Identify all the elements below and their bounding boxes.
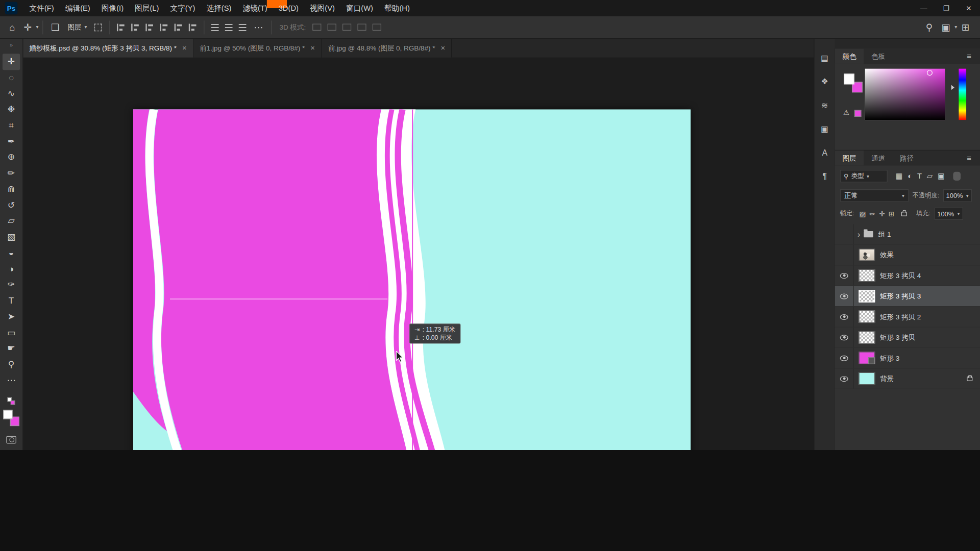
tab-paths[interactable]: 路径 [893, 151, 921, 165]
chevron-down-icon[interactable]: ▾ [36, 24, 39, 30]
dodge-tool[interactable]: ◑ [3, 261, 20, 277]
layer-filter-toggle[interactable] [953, 172, 961, 181]
auto-select-target-dropdown[interactable]: 图层 ▾ [64, 21, 91, 33]
menu-item[interactable]: 视图(V) [304, 0, 340, 16]
hue-slider[interactable] [959, 69, 966, 120]
visibility-toggle[interactable] [835, 328, 854, 347]
lock-all-icon[interactable] [901, 211, 907, 216]
gamut-warning-icon[interactable]: ⚠ [843, 109, 849, 117]
layer-row[interactable]: 矩形 3 拷贝 2 [835, 307, 980, 327]
menu-item[interactable]: 选择(S) [201, 0, 237, 16]
menu-item[interactable]: 帮助(H) [379, 0, 415, 16]
filter-adjustment-layers-icon[interactable]: ◐ [906, 172, 914, 181]
visibility-toggle[interactable] [835, 348, 854, 368]
fill-field[interactable]: 100% ▾ [934, 208, 963, 220]
panel-menu-icon[interactable]: ≡ [963, 51, 975, 61]
saturation-brightness-field[interactable] [865, 69, 945, 120]
properties-panel-icon[interactable]: ▤ [821, 53, 828, 64]
home-icon[interactable]: ⌂ [5, 16, 19, 38]
collapse-toolbar-icon[interactable]: » [0, 39, 22, 50]
layer-row-selected[interactable]: 矩形 3 拷贝 3 [835, 286, 980, 307]
layer-thumbnail[interactable] [859, 352, 875, 364]
show-transform-controls-icon[interactable] [94, 23, 102, 31]
workspace-switcher-icon[interactable]: ⊞ [957, 16, 974, 38]
menu-item[interactable]: 窗口(W) [340, 0, 379, 16]
filter-smart-objects-icon[interactable]: ▣ [936, 172, 946, 181]
gamut-warning-swatch[interactable] [854, 110, 861, 117]
lock-artboard-icon[interactable]: ⊞ [887, 210, 895, 218]
quick-select-tool[interactable]: ❉ [3, 102, 20, 117]
clone-stamp-tool[interactable]: ⋒ [3, 181, 20, 197]
blur-tool[interactable]: ◒ [3, 245, 20, 261]
minimize-button[interactable]: — [913, 0, 935, 16]
filter-type-dropdown[interactable]: ⚲ 类型 ▾ [840, 170, 888, 182]
history-brush-tool[interactable]: ↺ [3, 197, 20, 213]
zoom-tool[interactable]: ⚲ [3, 357, 20, 372]
visibility-toggle[interactable] [835, 224, 854, 244]
layer-thumbnail[interactable] [859, 269, 875, 282]
filter-shape-layers-icon[interactable]: ▱ [925, 172, 935, 181]
tab-color[interactable]: 颜色 [835, 49, 864, 64]
blend-mode-dropdown[interactable]: 正常 ▾ [840, 189, 909, 202]
close-icon[interactable]: × [310, 44, 315, 53]
type-tool[interactable]: T [3, 293, 20, 309]
menu-item[interactable]: 3D(D) [273, 0, 304, 16]
foreground-color-swatch[interactable] [844, 73, 854, 84]
tab-channels[interactable]: 通道 [864, 151, 892, 165]
visibility-toggle[interactable] [835, 265, 854, 285]
threed-mode-icon-2[interactable] [328, 24, 336, 31]
character-panel-icon[interactable]: A [822, 147, 827, 159]
layer-row[interactable]: 效果 [835, 245, 980, 265]
layer-thumbnail[interactable] [859, 372, 875, 385]
document-tab[interactable]: 前1.jpg @ 50% (图层 0, RGB/8#) * × [193, 39, 322, 58]
crop-tool[interactable]: ⌗ [3, 117, 20, 133]
layer-row[interactable]: 背景 [835, 368, 980, 389]
visibility-toggle[interactable] [835, 245, 854, 265]
path-select-tool[interactable]: ➤ [3, 309, 20, 324]
layer-row[interactable]: 矩形 3 拷贝 4 [835, 265, 980, 286]
layer-thumbnail[interactable] [859, 331, 875, 343]
restore-button[interactable]: ❐ [935, 0, 958, 16]
swatches-panel-icon[interactable]: ❖ [821, 76, 828, 87]
layer-thumbnail[interactable] [859, 311, 875, 323]
lock-position-icon[interactable]: ✛ [878, 210, 886, 218]
threed-mode-icon-5[interactable] [373, 24, 381, 31]
color-panel-swatches[interactable] [844, 73, 863, 92]
visibility-toggle[interactable] [835, 368, 854, 388]
menu-item[interactable]: 滤镜(T) [237, 0, 273, 16]
lasso-tool[interactable]: ∿ [3, 86, 20, 102]
tools-more-icon[interactable]: ⋯ [3, 372, 20, 388]
opacity-field[interactable]: 100% ▾ [943, 189, 971, 202]
paragraph-panel-icon[interactable]: ¶ [822, 171, 827, 183]
move-tool[interactable]: ✛ [3, 54, 20, 69]
layer-row[interactable]: › 组 1 [835, 224, 980, 245]
workspace-icon[interactable]: ▣ [937, 16, 955, 38]
clone-source-panel-icon[interactable]: ▣ [821, 123, 828, 135]
layer-thumbnail[interactable] [859, 290, 875, 302]
menu-item[interactable]: 编辑(E) [60, 0, 96, 16]
shape-tool[interactable]: ▭ [3, 324, 20, 340]
align-top-icon[interactable] [160, 23, 168, 31]
menu-item[interactable]: 文件(F) [24, 0, 60, 16]
default-colors-icon[interactable] [8, 397, 15, 405]
align-right-icon[interactable] [145, 23, 154, 31]
close-icon[interactable]: × [182, 44, 187, 53]
threed-mode-icon-4[interactable] [358, 24, 366, 31]
menu-item[interactable]: 图像(I) [96, 0, 129, 16]
brush-tool[interactable]: ✏ [3, 165, 20, 181]
align-middle-icon[interactable] [175, 23, 183, 31]
hand-tool[interactable]: ☛ [3, 340, 20, 356]
visibility-toggle[interactable] [835, 286, 854, 306]
align-more-icon[interactable]: ⋯ [250, 16, 268, 38]
lock-transparent-icon[interactable]: ▨ [858, 210, 867, 218]
close-button[interactable]: ✕ [958, 0, 980, 16]
document-canvas[interactable] [133, 109, 691, 450]
quick-mask-icon[interactable] [6, 436, 16, 443]
align-left-icon[interactable] [117, 23, 125, 31]
filter-type-layers-icon[interactable]: T [915, 172, 923, 181]
menu-item[interactable]: 文字(Y) [164, 0, 201, 16]
filter-pixel-layers-icon[interactable]: ▦ [894, 172, 904, 181]
lock-image-icon[interactable]: ✏ [868, 210, 876, 218]
search-icon[interactable]: ⚲ [921, 16, 937, 38]
tab-layers[interactable]: 图层 [835, 151, 864, 165]
